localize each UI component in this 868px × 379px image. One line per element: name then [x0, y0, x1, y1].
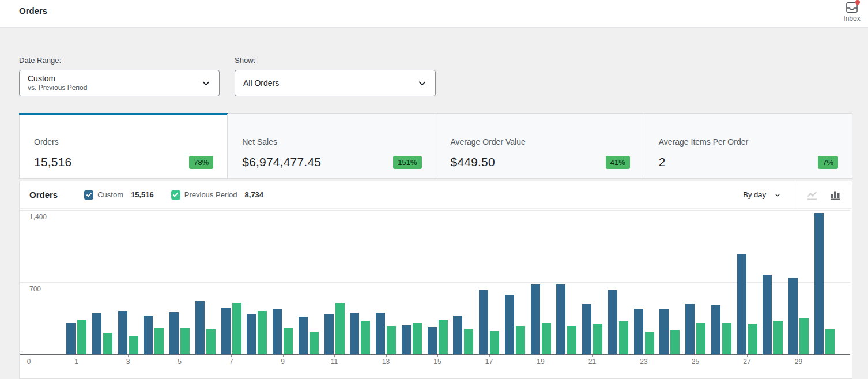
chart-bar-previous-period[interactable]: [619, 321, 628, 354]
x-axis-label: 25: [687, 358, 704, 366]
chart-bar-custom[interactable]: [659, 309, 669, 354]
chart-bar-previous-period[interactable]: [670, 330, 680, 354]
chart-bar-previous-period[interactable]: [464, 329, 473, 354]
chart-bar-custom[interactable]: [169, 312, 179, 354]
chart-bar-previous-period[interactable]: [516, 326, 525, 354]
x-axis-label: 17: [481, 358, 498, 366]
show-select[interactable]: All Orders: [235, 70, 436, 96]
chart-bar-previous-period[interactable]: [439, 320, 448, 354]
summary-card-orders[interactable]: Orders 15,516 78%: [20, 114, 227, 178]
gridline: [20, 282, 850, 283]
show-filter: Show: All Orders: [235, 56, 436, 96]
chart-bar-custom[interactable]: [144, 316, 153, 354]
chart-bar-previous-period[interactable]: [413, 323, 422, 354]
x-axis-tick: [180, 355, 180, 357]
chart-bar-previous-period[interactable]: [361, 321, 370, 354]
legend-total: 8,734: [245, 190, 264, 199]
chart-bar-custom[interactable]: [453, 316, 462, 354]
chart-bar-previous-period[interactable]: [567, 326, 576, 354]
chart-bar-custom[interactable]: [299, 317, 308, 354]
summary-card-average-items-per-order[interactable]: Average Items Per Order 2 7%: [644, 114, 852, 178]
chart-bar-previous-period[interactable]: [542, 323, 551, 354]
x-axis-tick: [437, 355, 438, 357]
x-axis-label: 19: [532, 358, 549, 366]
chart-bar-custom[interactable]: [737, 254, 746, 354]
chart-bar-previous-period[interactable]: [232, 303, 241, 354]
chart-bar-previous-period[interactable]: [722, 323, 731, 354]
card-value: 15,516: [34, 155, 71, 169]
chart-bar-custom[interactable]: [505, 295, 514, 354]
chart-bar-custom[interactable]: [402, 325, 411, 354]
date-range-select[interactable]: Custom vs. Previous Period: [19, 70, 220, 96]
chart-bar-custom[interactable]: [195, 301, 205, 354]
page-title: Orders: [19, 6, 47, 16]
chart-bar-previous-period[interactable]: [129, 336, 138, 354]
chart-bar-custom[interactable]: [814, 213, 824, 354]
chart-bar-custom[interactable]: [221, 308, 231, 354]
chart-bar-custom[interactable]: [685, 304, 695, 354]
x-axis-label: 27: [738, 358, 756, 366]
chart-bar-previous-period[interactable]: [593, 324, 602, 354]
legend-item-custom[interactable]: Custom 15,516: [84, 190, 154, 200]
chart-bar-custom[interactable]: [428, 327, 437, 354]
chart-bar-previous-period[interactable]: [490, 331, 499, 354]
chart-bar-custom[interactable]: [324, 314, 334, 354]
chart-bar-previous-period[interactable]: [335, 303, 345, 354]
chart-bar-custom[interactable]: [376, 313, 385, 354]
delta-badge: 41%: [606, 156, 630, 169]
chart-bar-previous-period[interactable]: [77, 320, 86, 354]
chart-bar-custom[interactable]: [711, 305, 720, 354]
line-chart-toggle[interactable]: [801, 181, 824, 209]
x-axis-tick: [386, 355, 387, 357]
chevron-down-icon: [417, 78, 427, 88]
chart-bar-previous-period[interactable]: [748, 324, 757, 354]
chart-bar-previous-period[interactable]: [180, 328, 190, 354]
chart-type-toggle: [795, 181, 852, 208]
x-axis-label: 1: [68, 358, 85, 366]
x-axis-line: [20, 354, 850, 355]
chart-bar-custom[interactable]: [608, 290, 617, 355]
chart-bar-custom[interactable]: [788, 278, 798, 354]
line-chart-icon: [806, 189, 818, 201]
chart-bar-previous-period[interactable]: [825, 329, 835, 354]
interval-select[interactable]: By day: [743, 181, 795, 208]
chart-bar-previous-period[interactable]: [645, 332, 654, 354]
chart-bar-custom[interactable]: [763, 275, 772, 354]
chart-bar-custom[interactable]: [273, 309, 282, 354]
x-axis-label: 13: [378, 358, 395, 366]
legend-item-previous-period[interactable]: Previous Period 8,734: [171, 190, 263, 200]
chart-bar-custom[interactable]: [92, 313, 101, 354]
chart-bar-previous-period[interactable]: [387, 326, 396, 354]
chart-bar-previous-period[interactable]: [773, 321, 783, 354]
chart-bar-custom[interactable]: [582, 304, 591, 355]
chart-bar-custom[interactable]: [66, 323, 76, 354]
chart-bar-previous-period[interactable]: [284, 328, 293, 354]
chart-bar-custom[interactable]: [531, 284, 540, 354]
card-value: $449.50: [451, 155, 495, 169]
chart-bar-custom[interactable]: [556, 284, 565, 354]
inbox-button[interactable]: Inbox: [838, 0, 866, 28]
summary-card-net-sales[interactable]: Net Sales $6,974,477.45 151%: [227, 114, 435, 178]
chart-bar-custom[interactable]: [479, 290, 488, 355]
chart-bar-custom[interactable]: [247, 314, 256, 354]
card-value: 2: [659, 155, 666, 169]
inbox-label: Inbox: [843, 14, 860, 22]
date-range-value: Custom: [28, 74, 87, 83]
date-range-label: Date Range:: [19, 56, 220, 65]
chart-bar-custom[interactable]: [634, 309, 643, 354]
checkbox-previous-period: [171, 190, 180, 200]
chart-bar-previous-period[interactable]: [258, 311, 267, 354]
chart-bar-previous-period[interactable]: [310, 332, 319, 354]
chart-bar-previous-period[interactable]: [154, 328, 164, 354]
chart-bar-previous-period[interactable]: [799, 318, 809, 354]
chart-title: Orders: [29, 190, 58, 200]
chart-bar-custom[interactable]: [118, 311, 127, 354]
x-axis-tick: [231, 355, 232, 357]
bar-chart-toggle[interactable]: [824, 181, 847, 209]
chart-bar-previous-period[interactable]: [696, 323, 705, 354]
chart-bar-previous-period[interactable]: [206, 329, 216, 354]
summary-card-average-order-value[interactable]: Average Order Value $449.50 41%: [436, 114, 644, 178]
x-axis-label: 9: [274, 358, 292, 366]
chart-bar-previous-period[interactable]: [103, 333, 112, 354]
chart-bar-custom[interactable]: [350, 313, 359, 354]
